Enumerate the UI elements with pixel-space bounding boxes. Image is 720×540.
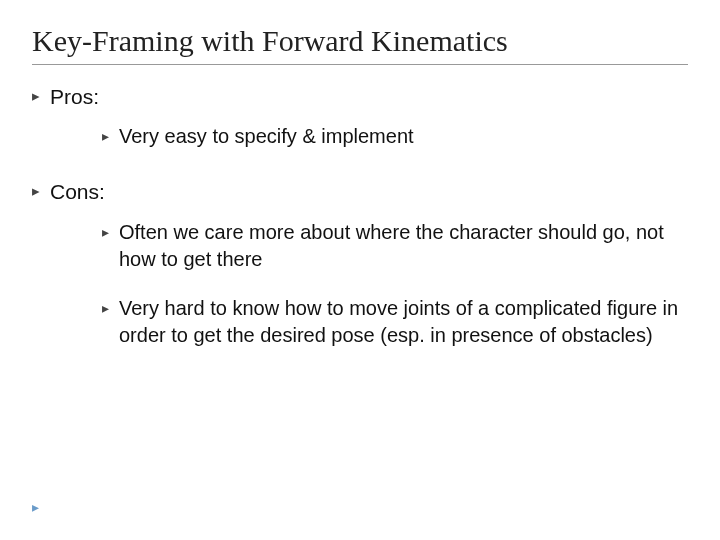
triangle-icon: ▸ bbox=[32, 86, 40, 107]
list-item: ▸ Often we care more about where the cha… bbox=[102, 219, 688, 273]
triangle-icon: ▸ bbox=[102, 127, 109, 147]
footer-triangle-icon: ▸ bbox=[32, 499, 39, 516]
slide-title: Key-Framing with Forward Kinematics bbox=[32, 24, 688, 65]
slide: Key-Framing with Forward Kinematics ▸ Pr… bbox=[0, 0, 720, 395]
cons-item-text: Very hard to know how to move joints of … bbox=[119, 295, 679, 349]
triangle-icon: ▸ bbox=[102, 299, 109, 319]
list-item: ▸ Very easy to specify & implement bbox=[102, 123, 688, 150]
triangle-icon: ▸ bbox=[32, 181, 40, 202]
triangle-icon: ▸ bbox=[102, 223, 109, 243]
pros-label: Pros: bbox=[50, 83, 99, 111]
pros-heading: ▸ Pros: bbox=[32, 83, 688, 111]
cons-item-text: Often we care more about where the chara… bbox=[119, 219, 679, 273]
cons-label: Cons: bbox=[50, 178, 105, 206]
cons-heading: ▸ Cons: bbox=[32, 178, 688, 206]
pros-item-text: Very easy to specify & implement bbox=[119, 123, 414, 150]
list-item: ▸ Very hard to know how to move joints o… bbox=[102, 295, 688, 349]
